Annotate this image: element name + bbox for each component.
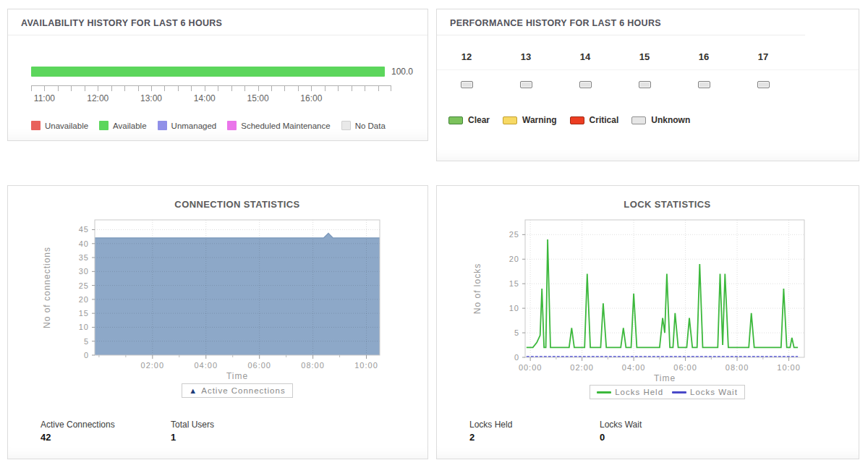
legend-swatch	[158, 121, 167, 130]
performance-hour-label: 14	[556, 51, 615, 62]
stat-label: Total Users	[171, 420, 301, 430]
line-marker-icon	[672, 391, 686, 393]
svg-text:0: 0	[514, 353, 519, 362]
axis-tick	[284, 86, 285, 91]
legend-item-critical: Critical	[570, 115, 619, 125]
title-divider	[8, 35, 427, 35]
svg-text:Time: Time	[653, 373, 675, 383]
status-box-unknown[interactable]	[461, 81, 473, 88]
axis-tick	[271, 86, 272, 91]
availability-history-panel: AVAILABILITY HISTORY FOR LAST 6 HOURS 10…	[7, 9, 428, 141]
availability-time-axis: 11:0012:0013:0014:0015:0016:00	[31, 85, 391, 110]
performance-status-cell	[674, 81, 733, 88]
availability-bar-row: 100.0	[31, 67, 413, 77]
dashboard: AVAILABILITY HISTORY FOR LAST 6 HOURS 10…	[7, 9, 859, 459]
svg-text:10: 10	[509, 304, 519, 312]
svg-text:Time: Time	[226, 371, 248, 381]
axis-tick	[325, 86, 326, 91]
performance-hour-label: 16	[674, 51, 733, 62]
axis-hour-label: 14:00	[194, 93, 216, 103]
connection-stats: Active Connections 42 Total Users 1	[8, 420, 427, 443]
legend-swatch	[99, 121, 109, 130]
svg-text:08:00: 08:00	[301, 361, 325, 370]
svg-text:25: 25	[509, 230, 519, 239]
axis-tick	[338, 86, 339, 91]
availability-bar[interactable]	[31, 67, 385, 77]
svg-text:02:00: 02:00	[570, 363, 594, 372]
axis-hour-label: 15:00	[247, 93, 269, 103]
axis-tick	[244, 86, 245, 91]
legend-swatch	[570, 116, 584, 124]
stat-value: 2	[469, 432, 600, 443]
axis-tick	[258, 86, 259, 91]
legend-swatch	[631, 116, 646, 124]
triangle-marker-icon: ▲	[189, 387, 197, 395]
stat-locks-held: Locks Held 2	[469, 420, 600, 443]
status-box-unknown[interactable]	[520, 81, 532, 88]
legend-item-locks-wait[interactable]: Locks Wait	[672, 388, 738, 396]
status-box-unknown[interactable]	[757, 81, 770, 88]
performance-status-cell	[615, 81, 674, 88]
connection-statistics-panel: CONNECTION STATISTICS 051015202530354045…	[7, 185, 428, 459]
legend-label: Scheduled Maintenance	[241, 122, 330, 130]
lock-chart-legend: Locks HeldLocks Wait	[590, 385, 745, 399]
svg-text:00:00: 00:00	[518, 363, 542, 372]
availability-chart: 100.0 11:0012:0013:0014:0015:0016:00 Una…	[8, 67, 427, 130]
lock-statistics-panel: LOCK STATISTICS 051015202500:0002:0004:0…	[436, 185, 859, 459]
svg-text:5: 5	[514, 328, 519, 337]
status-box-unknown[interactable]	[698, 81, 710, 88]
status-box-unknown[interactable]	[579, 81, 592, 88]
availability-panel-title: AVAILABILITY HISTORY FOR LAST 6 HOURS	[8, 9, 427, 35]
axis-tick	[218, 86, 218, 91]
axis-tick	[98, 86, 98, 91]
svg-text:No of connections: No of connections	[42, 247, 52, 328]
legend-item-clear: Clear	[448, 115, 490, 125]
performance-hour-label: 15	[615, 51, 674, 62]
performance-status-cell	[437, 81, 496, 88]
legend-label: Critical	[590, 115, 619, 125]
performance-legend: ClearWarningCriticalUnknown	[437, 115, 859, 125]
axis-tick	[178, 86, 179, 91]
svg-text:10:00: 10:00	[777, 363, 801, 372]
axis-tick	[205, 86, 205, 91]
legend-item-active-connections[interactable]: ▲Active Connections	[189, 386, 285, 395]
axis-tick	[298, 86, 299, 91]
stat-value: 0	[600, 432, 730, 443]
performance-status-cell	[556, 81, 615, 88]
axis-tick	[151, 86, 152, 91]
availability-legend: UnavailableAvailableUnmanagedScheduled M…	[31, 121, 413, 130]
legend-swatch	[503, 116, 517, 124]
legend-label: Unavailable	[45, 122, 88, 130]
axis-tick	[31, 86, 32, 91]
legend-item-locks-held[interactable]: Locks Held	[597, 388, 663, 396]
stat-value: 1	[171, 432, 301, 443]
legend-item-unmanaged: Unmanaged	[158, 121, 217, 130]
legend-label: Active Connections	[201, 386, 285, 395]
title-divider	[437, 35, 805, 35]
legend-item-scheduled-maintenance: Scheduled Maintenance	[227, 121, 330, 130]
legend-item-warning: Warning	[503, 115, 557, 125]
status-box-unknown[interactable]	[639, 81, 651, 88]
performance-hours-row: 121314151617	[437, 51, 859, 62]
legend-item-available: Available	[99, 121, 146, 130]
performance-hour-label: 12	[437, 51, 496, 62]
axis-tick	[391, 86, 391, 91]
svg-text:No of locks: No of locks	[472, 263, 482, 314]
stat-label: Active Connections	[41, 420, 171, 430]
svg-text:5: 5	[84, 337, 89, 346]
legend-item-no-data: No Data	[341, 121, 386, 130]
svg-text:10:00: 10:00	[354, 361, 378, 370]
legend-label: Unmanaged	[171, 122, 217, 130]
performance-hour-label: 13	[496, 51, 556, 62]
legend-item-unavailable: Unavailable	[31, 121, 88, 130]
svg-text:20: 20	[509, 255, 519, 263]
axis-hour-label: 16:00	[300, 93, 322, 103]
axis-tick	[111, 86, 112, 91]
axis-tick	[44, 86, 45, 91]
legend-label: Locks Wait	[690, 388, 738, 396]
axis-tick	[191, 86, 192, 91]
legend-label: Available	[113, 122, 146, 130]
lock-stats: Locks Held 2 Locks Wait 0	[437, 420, 859, 443]
performance-history-panel: PERFORMANCE HISTORY FOR LAST 6 HOURS 121…	[436, 9, 859, 161]
svg-text:0: 0	[84, 351, 89, 359]
